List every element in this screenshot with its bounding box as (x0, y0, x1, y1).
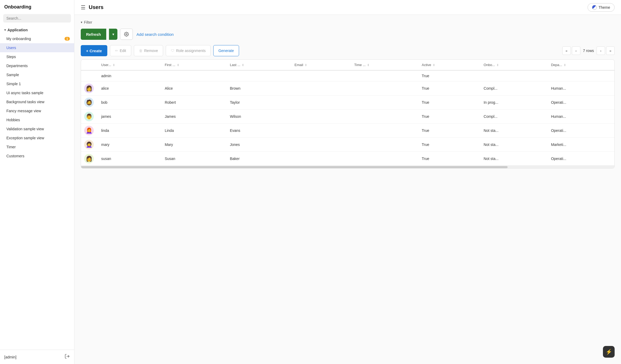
pencil-icon: ✏ (115, 49, 118, 53)
sidebar-item-fancy[interactable]: Fancy message view (0, 106, 74, 115)
rows-info: 7 rows (581, 49, 596, 53)
table-row[interactable]: 👩susanSusanBakerTrueNot sta...Operati... (81, 152, 614, 166)
sidebar-item-sample[interactable]: Sample (0, 70, 74, 79)
table-cell: In prog... (479, 96, 547, 110)
sidebar-item-label: Users (6, 46, 16, 50)
theme-icon (592, 5, 597, 10)
sidebar-item-departments[interactable]: Departments (0, 61, 74, 70)
sidebar-item-simple1[interactable]: Simple 1 (0, 79, 74, 88)
col-onboarding[interactable]: Onbo... ⇕ (479, 60, 547, 70)
search-input[interactable] (3, 14, 71, 23)
filter-toggle[interactable]: ▾ Filter (81, 20, 92, 24)
fab-icon: ⚡ (606, 349, 612, 355)
table-cell: Not sta... (479, 124, 547, 138)
trash-icon: 🗑 (139, 49, 143, 53)
table-cell (350, 96, 418, 110)
avatar-cell: 👩‍🦱 (81, 138, 97, 152)
hamburger-icon[interactable]: ☰ (81, 4, 86, 11)
col-last[interactable]: Last ... ⇕ (226, 60, 290, 70)
table-row[interactable]: adminTrue (81, 70, 614, 81)
filter-label-text: Filter (84, 20, 92, 24)
refresh-dropdown-button[interactable]: ▾ (109, 29, 117, 40)
sidebar-item-label: Fancy message view (6, 109, 41, 113)
sidebar-item-label: Background tasks view (6, 100, 44, 104)
table-row[interactable]: 👨jamesJamesWilsonTrueCompl...Human... (81, 110, 614, 124)
logout-icon[interactable] (65, 354, 70, 360)
sidebar-footer: [admin] (0, 350, 74, 364)
role-assignments-button[interactable]: 🛡 Role assignments (166, 45, 211, 56)
sidebar-item-label: Sample (6, 73, 19, 77)
table-row[interactable]: 👩aliceAliceBrownTrueCompl...Human... (81, 81, 614, 96)
col-username[interactable]: User... ⇕ (97, 60, 160, 70)
first-page-button[interactable]: « (562, 46, 571, 55)
sidebar-item-hobbies[interactable]: Hobbies (0, 115, 74, 124)
add-condition-button[interactable]: Add search condition (135, 32, 175, 37)
horizontal-scrollbar[interactable] (81, 166, 614, 168)
sidebar-item-exception[interactable]: Exception sample view (0, 133, 74, 142)
table-cell: Compl... (479, 110, 547, 124)
col-time[interactable]: Time ... ⇕ (350, 60, 418, 70)
col-active[interactable]: Active ⇕ (418, 60, 479, 70)
remove-button[interactable]: 🗑 Remove (134, 45, 163, 56)
sidebar-section-application[interactable]: ▾ Application (0, 26, 74, 34)
theme-button[interactable]: Theme (588, 3, 615, 12)
table-cell: bob (97, 96, 160, 110)
sidebar-item-label: Timer (6, 145, 16, 149)
edit-button[interactable]: ✏ Edit (110, 45, 131, 56)
next-page-button[interactable]: › (597, 46, 605, 55)
table-cell (479, 70, 547, 81)
table-row[interactable]: 🧔bobRobertTaylorTrueIn prog...Operati... (81, 96, 614, 110)
col-first[interactable]: First ... ⇕ (160, 60, 226, 70)
sidebar-item-timer[interactable]: Timer (0, 142, 74, 151)
table-cell: Not sta... (479, 138, 547, 152)
shield-icon: 🛡 (171, 49, 175, 53)
settings-button[interactable] (120, 29, 133, 40)
table-cell: True (418, 96, 479, 110)
avatar-cell: 👩 (81, 81, 97, 96)
sidebar-item-my-onboarding[interactable]: My onboarding 1 (0, 34, 74, 43)
avatar-cell: 🧔 (81, 96, 97, 110)
sidebar-item-validation[interactable]: Validation sample view (0, 124, 74, 133)
table-cell: True (418, 81, 479, 96)
toolbar: Refresh ▾ Add search condition (81, 29, 615, 40)
svg-point-1 (126, 34, 127, 35)
table-cell: susan (97, 152, 160, 166)
avatar-cell: 👨 (81, 110, 97, 124)
sidebar-item-label: Exception sample view (6, 136, 44, 140)
table-row[interactable]: 👩‍🦰lindaLindaEvansTrueNot sta...Operati.… (81, 124, 614, 138)
sidebar-item-customers[interactable]: Customers (0, 151, 74, 161)
table-cell (290, 152, 350, 166)
table-cell (290, 70, 350, 81)
table-cell: Taylor (226, 96, 290, 110)
sidebar-item-label: Hobbies (6, 118, 20, 122)
chevron-down-icon: ▾ (4, 28, 6, 32)
generate-button[interactable]: Generate (213, 45, 239, 56)
col-email[interactable]: Email ⇕ (290, 60, 350, 70)
table-cell (350, 152, 418, 166)
sidebar-item-users[interactable]: Users (0, 43, 74, 52)
table-cell (350, 70, 418, 81)
table-cell: Human... (547, 110, 614, 124)
sidebar-item-ui-async[interactable]: Ui async tasks sample (0, 88, 74, 97)
table-cell: Operati... (547, 124, 614, 138)
filter-chevron-icon: ▾ (81, 20, 82, 24)
table-cell: True (418, 138, 479, 152)
sidebar-item-label: Departments (6, 64, 28, 68)
table-cell (350, 138, 418, 152)
sidebar-item-steps[interactable]: Steps (0, 52, 74, 61)
fab-button[interactable]: ⚡ (603, 346, 615, 358)
page-title: Users (89, 4, 104, 10)
current-user-label: [admin] (4, 355, 16, 359)
sidebar-item-background[interactable]: Background tasks view (0, 97, 74, 106)
prev-page-button[interactable]: ‹ (572, 46, 580, 55)
table-row[interactable]: 👩‍🦱maryMaryJonesTrueNot sta...Marketi... (81, 138, 614, 152)
refresh-button[interactable]: Refresh (81, 29, 106, 40)
table-cell (547, 70, 614, 81)
table-cell (350, 110, 418, 124)
last-page-button[interactable]: » (606, 46, 615, 55)
table-cell (290, 138, 350, 152)
sidebar-item-label: Customers (6, 154, 24, 158)
table-cell: alice (97, 81, 160, 96)
col-department[interactable]: Depa... ⇕ (547, 60, 614, 70)
create-button[interactable]: + Create (81, 45, 107, 56)
